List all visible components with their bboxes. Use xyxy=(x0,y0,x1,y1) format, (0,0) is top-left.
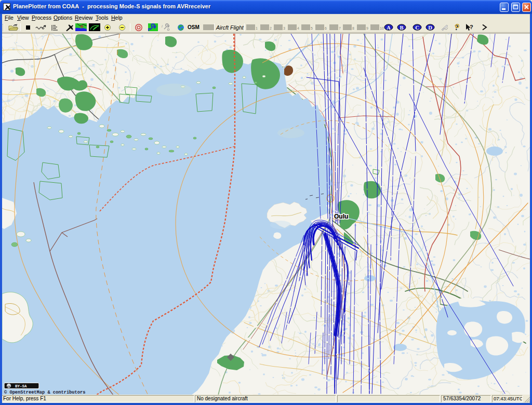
svg-text:© OpenStreetMap & contributors: © OpenStreetMap & contributors xyxy=(4,390,85,395)
svg-text:?: ? xyxy=(470,24,473,30)
svg-text:B: B xyxy=(400,25,403,31)
svg-text:A: A xyxy=(387,25,391,31)
svg-text:cc: cc xyxy=(7,385,11,388)
svg-text:BY-SA: BY-SA xyxy=(15,384,27,388)
svg-text:C: C xyxy=(415,25,419,31)
svg-text:D: D xyxy=(428,25,432,31)
svg-text:i: i xyxy=(162,24,163,29)
svg-text:Oulu: Oulu xyxy=(334,213,348,220)
